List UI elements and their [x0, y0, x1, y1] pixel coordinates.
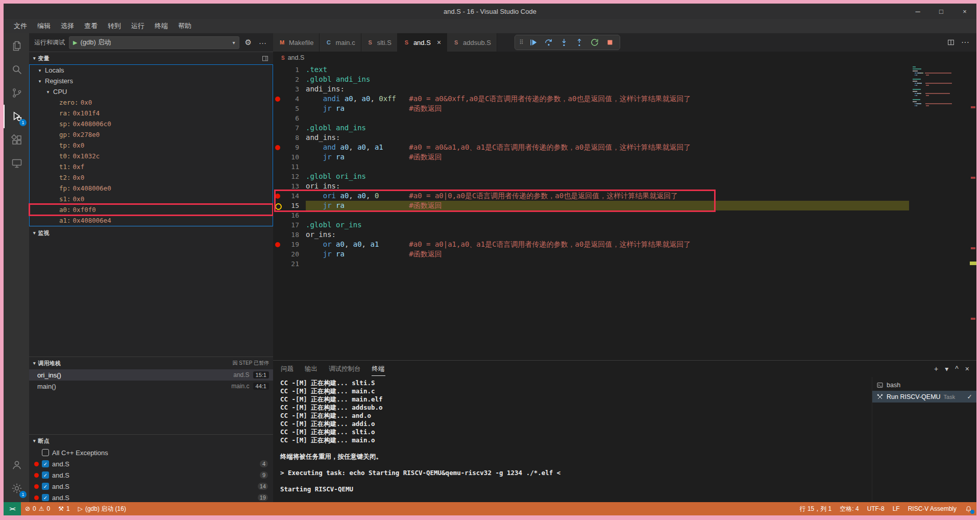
tab-and.S[interactable]: Sand.S× [398, 33, 447, 52]
code-line[interactable]: 10 jr ra #函数返回 [273, 152, 909, 162]
code-line[interactable]: 20 jr ra #函数返回 [273, 249, 909, 259]
checkbox-icon[interactable] [42, 449, 49, 456]
tab-slti.S[interactable]: Sslti.S [361, 33, 398, 52]
breakpoint-item[interactable]: ✓and.S14 [29, 481, 273, 492]
breakpoint-icon[interactable] [273, 143, 282, 152]
stack-frame[interactable]: main()main.c44:1 [29, 381, 273, 392]
remote-indicator[interactable]: >< [4, 502, 21, 515]
encoding-status[interactable]: UTF-8 [863, 502, 889, 515]
breadcrumb[interactable]: S and.S [273, 52, 976, 64]
continue-button[interactable] [526, 36, 541, 49]
register-fp[interactable]: fp: 0x408006e0 [30, 183, 273, 194]
step-over-button[interactable] [542, 36, 556, 49]
activity-settings[interactable]: 1 [4, 477, 29, 500]
checkbox-icon[interactable]: ✓ [42, 460, 49, 467]
maximize-button[interactable]: □ [929, 4, 953, 19]
split-editor-icon[interactable] [947, 38, 955, 46]
gutter-mark[interactable] [273, 162, 282, 172]
gutter-mark[interactable] [273, 220, 282, 230]
gutter-mark[interactable] [273, 210, 282, 220]
grip-icon[interactable]: ⠿ [518, 39, 525, 46]
terminal-dropdown-icon[interactable]: ▾ [945, 365, 948, 373]
checkbox-icon[interactable]: ✓ [42, 471, 49, 479]
gutter-mark[interactable] [273, 172, 282, 181]
running-tasks-status[interactable]: ⚒1 [54, 502, 74, 515]
menu-item-查看[interactable]: 查看 [79, 20, 103, 32]
activity-remote-explorer[interactable] [4, 152, 29, 175]
menu-item-终端[interactable]: 终端 [150, 20, 173, 32]
more-actions-icon[interactable]: ··· [257, 38, 268, 47]
variables-pane-header[interactable]: ▾ 变量 [29, 52, 273, 64]
code-line[interactable]: 9 and a0, a0, a1 #a0 = a0&a1,a0、a1是C语言调用… [273, 143, 909, 152]
problems-status[interactable]: ⊘0 ⚠0 [21, 502, 54, 515]
code-line[interactable]: 7.globl and_ins [273, 123, 909, 133]
menu-item-文件[interactable]: 文件 [9, 20, 32, 32]
activity-explorer[interactable] [4, 34, 29, 58]
menu-item-运行[interactable]: 运行 [126, 20, 150, 32]
notifications-bell[interactable] [961, 502, 976, 515]
panel-tab-输出[interactable]: 输出 [304, 362, 318, 376]
code-line[interactable]: 3andi_ins: [273, 84, 909, 94]
code-line[interactable]: 2.globl andi_ins [273, 75, 909, 84]
code-line[interactable]: 13ori_ins: [273, 181, 909, 191]
register-a0[interactable]: a0: 0xf0f0 [30, 204, 273, 215]
code-line[interactable]: 4 andi a0, a0, 0xff #a0 = a0&0xff,a0是C语言… [273, 94, 909, 104]
code-line[interactable]: 19 or a0, a0, a1 #a0 = a0|a1,a0、a1是C语言调用… [273, 240, 909, 249]
watch-pane-header[interactable]: ▾ 监视 [29, 227, 273, 239]
activity-search[interactable] [4, 58, 29, 81]
checkbox-icon[interactable]: ✓ [42, 494, 49, 501]
restart-button[interactable] [587, 36, 602, 49]
menu-item-选择[interactable]: 选择 [56, 20, 79, 32]
activity-source-control[interactable] [4, 81, 29, 105]
register-gp[interactable]: gp: 0x278e0 [30, 129, 273, 140]
debug-session-status[interactable]: ▷(gdb) 启动 (16) [74, 502, 130, 515]
current-line-icon[interactable] [273, 201, 282, 210]
more-actions-icon[interactable]: ··· [961, 38, 969, 47]
step-out-button[interactable] [572, 36, 586, 49]
breakpoint-icon[interactable] [273, 94, 282, 104]
activity-extensions[interactable] [4, 128, 29, 152]
tree-item-locals[interactable]: ▾Locals [30, 65, 273, 76]
menu-item-帮助[interactable]: 帮助 [173, 20, 197, 32]
register-ra[interactable]: ra: 0x101f4 [30, 108, 273, 119]
panel-tab-调试控制台[interactable]: 调试控制台 [328, 362, 361, 376]
code-line[interactable]: 18or_ins: [273, 230, 909, 240]
code-line[interactable]: 15 jr ra #函数返回 [273, 201, 909, 210]
gutter-mark[interactable] [273, 104, 282, 113]
gutter-mark[interactable] [273, 65, 282, 75]
panel-tab-终端[interactable]: 终端 [372, 362, 385, 376]
open-panel-icon[interactable] [261, 55, 269, 62]
tree-item-registers[interactable]: ▾Registers [30, 76, 273, 86]
callstack-pane-header[interactable]: ▾ 调用堆栈 因 STEP 已暂停 [29, 357, 273, 369]
checkbox-icon[interactable]: ✓ [42, 483, 49, 490]
breakpoint-item[interactable]: ✓and.S9 [29, 469, 273, 481]
close-button[interactable]: × [953, 4, 976, 19]
code-line[interactable]: 11 [273, 162, 909, 172]
gutter-mark[interactable] [273, 152, 282, 162]
cursor-position[interactable]: 行 15，列 1 [796, 502, 836, 515]
register-t0[interactable]: t0: 0x1032c [30, 151, 273, 161]
code-line[interactable]: 5 jr ra #函数返回 [273, 104, 909, 113]
minimize-button[interactable]: ─ [906, 4, 929, 19]
code-line[interactable]: 21 [273, 259, 909, 269]
close-icon[interactable]: × [437, 38, 441, 46]
code-editor[interactable]: 1.text2.globl andi_ins3andi_ins:4 andi a… [273, 64, 976, 360]
chevron-down-icon[interactable]: ▾ [233, 40, 235, 45]
menu-item-编辑[interactable]: 编辑 [32, 20, 56, 32]
code-line[interactable]: 17.globl or_ins [273, 220, 909, 230]
gutter-mark[interactable] [273, 230, 282, 240]
language-mode[interactable]: RISC-V Assembly [904, 502, 961, 515]
activity-account[interactable] [4, 453, 29, 477]
breakpoints-pane-header[interactable]: ▾ 断点 [29, 435, 273, 447]
breakpoint-icon[interactable] [273, 191, 282, 201]
indentation-status[interactable]: 空格: 4 [836, 502, 863, 515]
minimap[interactable] [913, 66, 969, 109]
breakpoint-item[interactable]: ✓and.S4 [29, 458, 273, 469]
register-t1[interactable]: t1: 0xf [30, 161, 273, 172]
start-debug-icon[interactable]: ▶ [73, 39, 77, 46]
eol-status[interactable]: LF [889, 502, 904, 515]
tab-main.c[interactable]: Cmain.c [320, 33, 361, 52]
breakpoint-item[interactable]: ✓and.S19 [29, 492, 273, 503]
terminal-output[interactable]: CC -[M] 正在构建... slti.SCC -[M] 正在构建... ma… [273, 377, 872, 502]
terminal-item[interactable]: Run RISCV-QEMUTask✓ [872, 391, 976, 403]
